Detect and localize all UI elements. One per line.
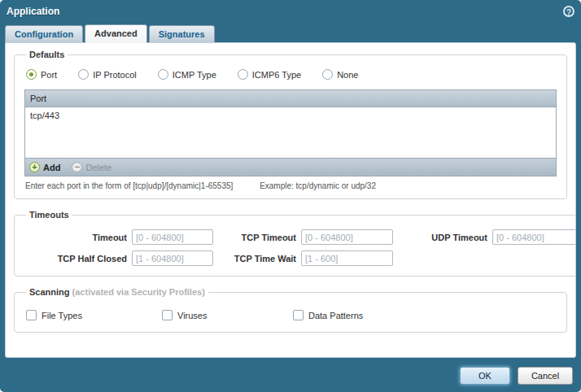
port-table: Port tcp/443 + Add − Delete [24,89,557,176]
radio-icmp6-type-label: ICMP6 Type [252,70,301,80]
data-patterns-label: Data Patterns [308,311,363,320]
timeout-input[interactable] [132,229,213,245]
port-table-toolbar: + Add − Delete [25,158,556,176]
scanning-legend: Scanning (activated via Security Profile… [26,287,208,297]
tcp-half-closed-label: TCP Half Closed [24,254,127,264]
scanning-section: Scanning (activated via Security Profile… [14,287,567,333]
delete-icon: − [72,162,82,172]
radio-icon [322,69,333,80]
tcp-half-closed-input[interactable] [132,250,213,266]
viruses-label: Viruses [177,311,207,320]
checkbox-icon [293,310,304,320]
port-table-header: Port [25,90,556,107]
scanning-legend-note: (activated via Security Profiles) [72,287,205,297]
port-table-body: tcp/443 [25,107,556,158]
tcp-time-wait-input[interactable] [301,250,393,266]
radio-ip-protocol[interactable]: IP Protocol [78,69,137,80]
timeout-label: Timeout [24,233,127,242]
tab-bar: Configuration Advanced Signatures [0,23,581,42]
add-button[interactable]: + Add [29,162,60,172]
checkbox-data-patterns[interactable]: Data Patterns [293,310,363,320]
cancel-button[interactable]: Cancel [518,367,573,385]
tab-advanced[interactable]: Advanced [85,24,147,43]
udp-timeout-label: UDP Timeout [398,233,487,242]
radio-none-label: None [337,70,358,80]
radio-icmp6-type[interactable]: ICMP6 Type [238,69,301,80]
hint-text: Enter each port in the form of [tcp|udp]… [25,181,233,190]
help-icon[interactable]: ? [563,6,574,17]
application-dialog: Application ? Configuration Advanced Sig… [0,0,581,392]
dialog-titlebar: Application ? [0,0,581,23]
radio-icon [158,69,168,80]
checkbox-file-types[interactable]: File Types [26,310,162,320]
ok-button[interactable]: OK [460,367,510,385]
port-column-header: Port [30,94,46,103]
radio-port-label: Port [41,70,57,80]
add-button-label: Add [43,163,60,172]
checkbox-viruses[interactable]: Viruses [162,310,293,320]
timeouts-grid: Timeout TCP Timeout UDP Timeout TCP Half… [24,229,576,266]
checkbox-icon [162,310,173,320]
radio-icmp-type-label: ICMP Type [173,70,216,80]
checkbox-icon [26,310,37,320]
timeouts-section: Timeouts Timeout TCP Timeout UDP Timeout… [14,210,576,277]
radio-icon [238,69,248,80]
dialog-footer: OK Cancel [0,359,581,392]
tcp-timeout-input[interactable] [301,229,393,245]
port-format-hint: Enter each port in the form of [tcp|udp]… [25,181,556,190]
hint-example: Example: tcp/dynamic or udp/32 [260,181,376,190]
scanning-legend-title: Scanning [29,287,70,297]
table-row[interactable]: tcp/443 [25,107,556,124]
dialog-title: Application [7,6,59,17]
scanning-checkbox-group: File Types Viruses Data Patterns [26,310,555,320]
tcp-timeout-label: TCP Timeout [218,233,296,242]
radio-selected-icon [26,69,37,80]
delete-button-label: Delete [85,163,111,172]
radio-icon [78,69,89,80]
radio-icmp-type[interactable]: ICMP Type [158,69,216,80]
radio-ip-protocol-label: IP Protocol [93,70,137,80]
tab-configuration[interactable]: Configuration [5,25,83,42]
delete-button[interactable]: − Delete [72,162,111,172]
udp-timeout-input[interactable] [492,229,576,245]
timeouts-legend: Timeouts [26,210,72,220]
defaults-radio-group: Port IP Protocol ICMP Type ICMP6 Type No… [26,69,555,80]
add-icon: + [29,162,40,172]
tcp-time-wait-label: TCP Time Wait [218,254,296,264]
radio-port[interactable]: Port [26,69,57,80]
defaults-legend: Defaults [26,50,68,59]
file-types-label: File Types [42,311,82,320]
radio-none[interactable]: None [322,69,358,80]
content-panel: Defaults Port IP Protocol ICMP Type ICMP… [5,42,576,358]
tab-signatures[interactable]: Signatures [149,25,215,42]
defaults-section: Defaults Port IP Protocol ICMP Type ICMP… [14,50,567,199]
